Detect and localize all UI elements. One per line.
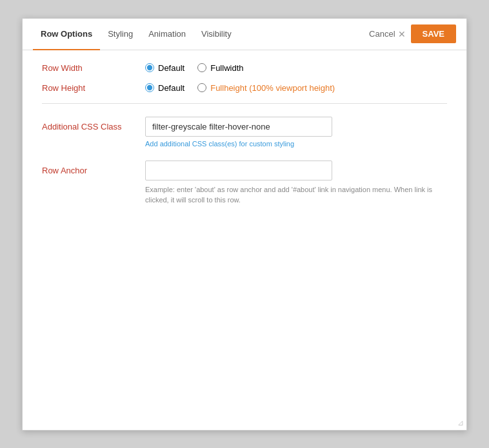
cancel-label: Cancel	[369, 29, 395, 39]
row-width-default-label: Default	[158, 63, 185, 73]
additional-css-hint: Add additional CSS class(es) for custom …	[145, 140, 447, 148]
modal-body: Row Width Default Fullwidth Row Height D…	[23, 50, 466, 238]
row-height-fullheight-option[interactable]: Fullheight (100% viewport height)	[197, 83, 335, 93]
modal-header: Row Options Styling Animation Visibility…	[23, 19, 466, 50]
cancel-button[interactable]: Cancel ✕	[369, 29, 405, 39]
row-anchor-row: Row Anchor Example: enter 'about' as row…	[42, 161, 447, 206]
additional-css-row: Additional CSS Class Add additional CSS …	[42, 117, 447, 148]
row-height-default-option[interactable]: Default	[145, 83, 185, 93]
row-height-fullheight-radio[interactable]	[197, 83, 206, 92]
section-divider	[42, 103, 447, 104]
tab-row-options[interactable]: Row Options	[33, 19, 100, 50]
tab-animation[interactable]: Animation	[141, 19, 194, 50]
row-height-default-label: Default	[158, 83, 185, 93]
row-width-label: Row Width	[42, 63, 145, 73]
row-height-default-radio[interactable]	[145, 83, 154, 92]
row-width-default-radio[interactable]	[145, 63, 154, 72]
tab-styling[interactable]: Styling	[100, 19, 141, 50]
tab-visibility[interactable]: Visibility	[194, 19, 239, 50]
additional-css-label: Additional CSS Class	[42, 117, 145, 148]
row-width-row: Row Width Default Fullwidth	[42, 63, 447, 73]
row-height-fullheight-label: Fullheight (100% viewport height)	[210, 83, 335, 93]
modal-container: Row Options Styling Animation Visibility…	[22, 18, 467, 431]
additional-css-input[interactable]	[145, 117, 332, 137]
row-width-fullwidth-label: Fullwidth	[210, 63, 243, 73]
row-width-options: Default Fullwidth	[145, 63, 244, 73]
row-anchor-label: Row Anchor	[42, 161, 145, 206]
row-width-fullwidth-option[interactable]: Fullwidth	[197, 63, 243, 73]
row-anchor-hint: Example: enter 'about' as row anchor and…	[145, 184, 435, 206]
header-actions: Cancel ✕ SAVE	[369, 24, 456, 43]
row-height-label: Row Height	[42, 83, 145, 93]
row-width-default-option[interactable]: Default	[145, 63, 185, 73]
resize-handle[interactable]: ⊿	[457, 418, 464, 427]
row-width-fullwidth-radio[interactable]	[197, 63, 206, 72]
additional-css-content: Add additional CSS class(es) for custom …	[145, 117, 447, 148]
save-button[interactable]: SAVE	[411, 24, 456, 43]
row-anchor-input[interactable]	[145, 161, 332, 180]
row-height-row: Row Height Default Fullheight (100% view…	[42, 83, 447, 93]
close-icon: ✕	[398, 29, 406, 39]
row-height-options: Default Fullheight (100% viewport height…	[145, 83, 335, 93]
row-anchor-content: Example: enter 'about' as row anchor and…	[145, 161, 447, 206]
